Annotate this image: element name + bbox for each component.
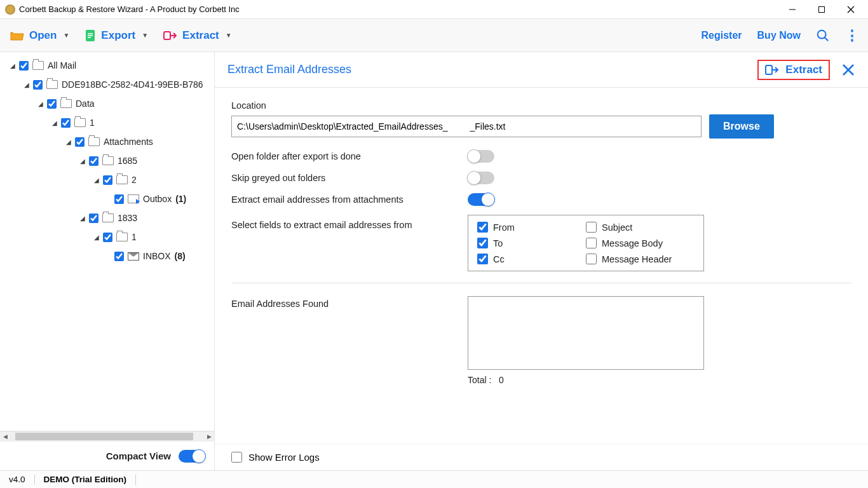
extract-arrow-icon <box>163 30 177 41</box>
tree-label: 1685 <box>118 156 137 166</box>
tree-label: Attachments <box>104 137 153 147</box>
extract-arrow-icon <box>765 64 779 76</box>
tree-node-guid[interactable]: ◢DDE918BC-2582-4D41-99EB-B786 <box>0 75 214 94</box>
main-toolbar: Open ▼ Export ▼ Extract ▼ Register Buy N… <box>0 19 868 52</box>
folder-icon <box>46 80 58 89</box>
folder-icon <box>116 175 128 184</box>
window-titlebar: Corbett Backup & Restore Wizard - A Prod… <box>0 0 868 19</box>
scrollbar-thumb[interactable] <box>15 433 193 440</box>
app-version: v4.0 <box>9 475 25 484</box>
scroll-left-icon[interactable]: ◀ <box>0 431 10 442</box>
open-menu[interactable]: Open ▼ <box>10 29 69 42</box>
field-from[interactable]: From <box>477 222 586 233</box>
mail-icon <box>128 252 139 261</box>
status-bar: v4.0 DEMO (Trial Edition) <box>0 470 868 488</box>
horizontal-scrollbar[interactable]: ◀ ▶ <box>0 431 214 441</box>
folder-icon <box>32 61 44 70</box>
extract-attach-label: Extract email addresses from attachments <box>231 194 468 205</box>
compact-view-label: Compact View <box>106 451 171 461</box>
browse-button[interactable]: Browse <box>709 114 774 139</box>
tree-checkbox[interactable] <box>61 118 71 128</box>
show-error-logs-label: Show Error Logs <box>248 452 320 463</box>
svg-point-6 <box>818 30 826 38</box>
folder-icon <box>102 156 114 165</box>
tree-checkbox[interactable] <box>103 175 112 185</box>
tree-node-data[interactable]: ◢Data <box>0 94 214 113</box>
tree-label: DDE918BC-2582-4D41-99EB-B786 <box>62 79 203 90</box>
tree-node-attachments[interactable]: ◢Attachments <box>0 132 214 151</box>
close-panel-button[interactable] <box>841 63 855 77</box>
tree-label: All Mail <box>48 60 76 71</box>
field-header[interactable]: Message Header <box>586 254 695 264</box>
field-body[interactable]: Message Body <box>586 238 695 248</box>
field-subject[interactable]: Subject <box>586 222 695 233</box>
folder-icon <box>116 233 128 241</box>
caret-down-icon: ▼ <box>63 32 69 39</box>
open-folder-toggle[interactable] <box>468 150 494 163</box>
open-label: Open <box>29 29 57 42</box>
extract-button[interactable]: Extract <box>757 60 830 80</box>
tree-checkbox[interactable] <box>75 137 85 147</box>
tree-label: 2 <box>132 175 137 185</box>
tree-checkbox[interactable] <box>89 156 98 166</box>
svg-rect-5 <box>164 32 170 39</box>
extract-menu[interactable]: Extract ▼ <box>163 29 232 42</box>
window-maximize-button[interactable] <box>807 0 836 19</box>
tree-count: (8) <box>175 251 186 261</box>
folder-tree-sidebar: ◢All Mail ◢DDE918BC-2582-4D41-99EB-B786 … <box>0 52 215 470</box>
divider <box>231 283 851 283</box>
tree-checkbox[interactable] <box>19 61 29 71</box>
more-menu-icon[interactable]: ⋮ <box>845 27 858 44</box>
field-to[interactable]: To <box>477 238 586 248</box>
folder-icon <box>74 118 86 127</box>
tree-node-2[interactable]: ◢2 <box>0 170 214 189</box>
tree-label: INBOX <box>143 251 171 261</box>
tree-checkbox[interactable] <box>114 252 124 261</box>
show-error-logs-checkbox[interactable] <box>231 452 242 463</box>
tree-checkbox[interactable] <box>103 233 112 242</box>
tree-node-1685[interactable]: ◢1685 <box>0 151 214 170</box>
tree-node-all-mail[interactable]: ◢All Mail <box>0 56 214 75</box>
show-error-logs[interactable]: Show Error Logs <box>231 452 851 463</box>
tree-checkbox[interactable] <box>89 214 98 223</box>
compact-view-toggle[interactable] <box>179 450 205 463</box>
export-label: Export <box>101 29 135 42</box>
caret-down-icon: ▼ <box>226 32 232 39</box>
tree-node-outbox[interactable]: Outbox(1) <box>0 189 214 208</box>
folder-tree: ◢All Mail ◢DDE918BC-2582-4D41-99EB-B786 … <box>0 52 214 431</box>
panel-title: Extract Email Addresses <box>227 63 351 76</box>
window-minimize-button[interactable] <box>778 0 807 19</box>
extract-attach-toggle[interactable] <box>468 193 494 206</box>
tree-checkbox[interactable] <box>47 99 57 109</box>
fields-box: From Subject To Message Body Cc Message … <box>468 215 704 271</box>
found-total: Total : 0 <box>468 375 704 385</box>
scroll-right-icon[interactable]: ▶ <box>204 431 214 442</box>
search-icon[interactable] <box>816 29 830 43</box>
folder-icon <box>88 137 100 146</box>
export-file-icon <box>85 29 96 42</box>
panel-header: Extract Email Addresses Extract <box>215 52 868 88</box>
export-menu[interactable]: Export ▼ <box>85 29 148 42</box>
skip-greyed-toggle[interactable] <box>468 172 494 184</box>
tree-count: (1) <box>175 194 186 204</box>
open-folder-label: Open folder after export is done <box>231 151 468 161</box>
location-input[interactable] <box>231 116 702 137</box>
tree-label: 1833 <box>118 213 137 223</box>
svg-rect-8 <box>766 65 772 74</box>
tree-node-1b[interactable]: ◢1 <box>0 227 214 247</box>
extract-panel: Extract Email Addresses Extract Location… <box>215 52 868 470</box>
register-link[interactable]: Register <box>702 30 742 41</box>
tree-checkbox[interactable] <box>114 194 124 204</box>
app-icon <box>5 4 15 15</box>
tree-node-inbox[interactable]: INBOX(8) <box>0 247 214 266</box>
found-results-area <box>468 296 704 370</box>
window-title: Corbett Backup & Restore Wizard - A Prod… <box>19 4 240 14</box>
tree-node-1[interactable]: ◢1 <box>0 113 214 132</box>
tree-node-1833[interactable]: ◢1833 <box>0 208 214 227</box>
buy-now-link[interactable]: Buy Now <box>757 30 801 41</box>
field-cc[interactable]: Cc <box>477 254 586 264</box>
tree-checkbox[interactable] <box>33 80 43 90</box>
app-edition: DEMO (Trial Edition) <box>44 475 127 484</box>
window-close-button[interactable] <box>836 0 865 19</box>
caret-down-icon: ▼ <box>142 32 148 39</box>
